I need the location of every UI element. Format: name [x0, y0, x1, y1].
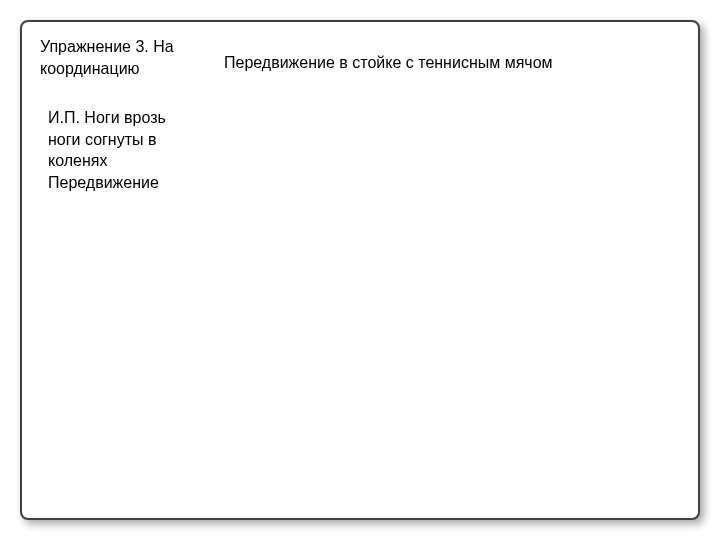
exercise-description: И.П. Ноги врозь ноги согнуты в коленях П… — [48, 107, 188, 193]
content-frame: Упражнение 3. На координацию Передвижени… — [20, 20, 700, 520]
header-row: Упражнение 3. На координацию Передвижени… — [40, 36, 680, 79]
exercise-subtitle: Передвижение в стойке с теннисным мячом — [224, 36, 553, 74]
exercise-title: Упражнение 3. На координацию — [40, 36, 200, 79]
